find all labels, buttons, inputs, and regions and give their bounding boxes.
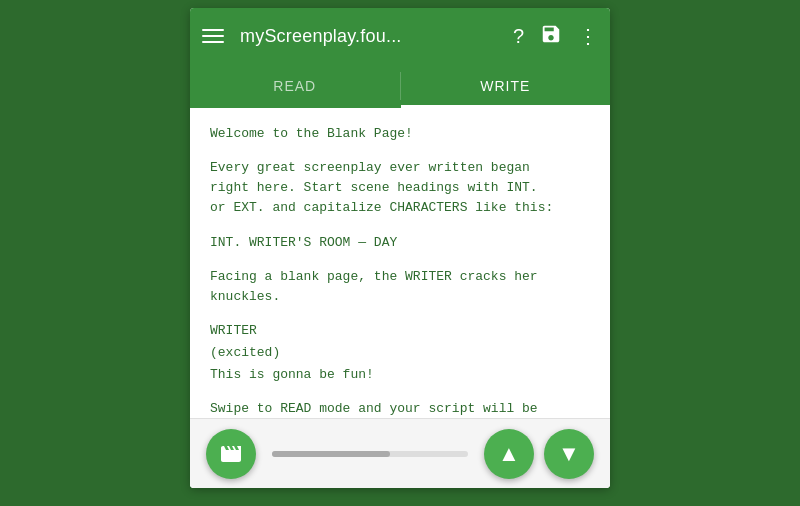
line-welcome: Welcome to the Blank Page! [210, 124, 590, 144]
more-options-icon[interactable]: ⋮ [578, 24, 598, 48]
menu-icon[interactable] [202, 29, 224, 43]
screenplay-editor[interactable]: Welcome to the Blank Page! Every great s… [190, 108, 610, 418]
help-icon[interactable]: ? [513, 25, 524, 48]
line-dialogue: This is gonna be fun! [210, 365, 590, 385]
save-icon[interactable] [540, 23, 562, 50]
scrollbar[interactable] [272, 451, 468, 457]
film-mode-button[interactable] [206, 429, 256, 479]
line-character: WRITER [210, 321, 590, 341]
bottom-bar: ▲ ▼ [190, 418, 610, 488]
content-area: Welcome to the Blank Page! Every great s… [190, 108, 610, 488]
scrollbar-thumb [272, 451, 390, 457]
scroll-buttons: ▲ ▼ [484, 429, 594, 479]
line-action: Facing a blank page, the WRITER cracks h… [210, 267, 590, 307]
line-intro: Every great screenplay ever written bega… [210, 158, 590, 218]
tab-read[interactable]: READ [190, 64, 400, 108]
tabs-bar: READ WRITE [190, 64, 610, 108]
toolbar-actions: ? ⋮ [513, 23, 598, 50]
line-parenthetical: (excited) [210, 343, 590, 363]
phone-container: myScreenplay.fou... ? ⋮ READ WRITE [185, 8, 615, 498]
tab-write[interactable]: WRITE [401, 64, 611, 108]
scroll-down-button[interactable]: ▼ [544, 429, 594, 479]
toolbar: myScreenplay.fou... ? ⋮ [190, 8, 610, 64]
line-swipe: Swipe to READ mode and your script will … [210, 399, 590, 418]
scroll-up-button[interactable]: ▲ [484, 429, 534, 479]
line-scene-heading: INT. WRITER'S ROOM — DAY [210, 233, 590, 253]
app-window: myScreenplay.fou... ? ⋮ READ WRITE [190, 8, 610, 488]
app-title: myScreenplay.fou... [240, 26, 513, 47]
film-icon [219, 442, 243, 466]
